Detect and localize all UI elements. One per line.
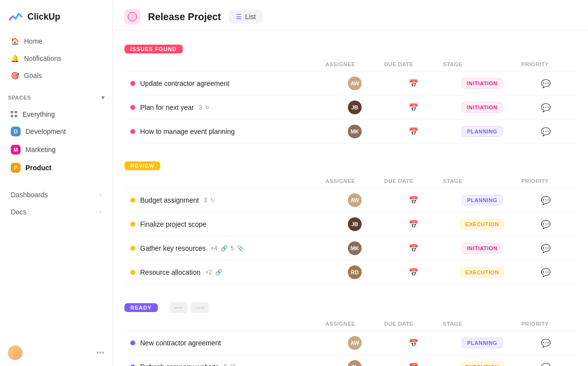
- task-label[interactable]: Plan for next year: [140, 104, 194, 111]
- stage-badge[interactable]: INITIATION: [462, 78, 503, 89]
- task-name-cell: How to manage event planning: [130, 128, 325, 135]
- assignee-cell: JB: [325, 101, 384, 114]
- chevron-right-icon: ›: [99, 191, 101, 198]
- table-row: New contractor agreement AW 📅 PLANNING 💬: [124, 331, 576, 355]
- avatar: AW: [348, 77, 362, 90]
- view-label: List: [245, 13, 256, 21]
- date-cell[interactable]: 📅: [384, 127, 443, 136]
- arrow-icon-2: ⟶: [196, 304, 204, 311]
- priority-cell: 💬: [521, 363, 570, 366]
- chat-icon[interactable]: 💬: [541, 103, 551, 112]
- group-control-btn-1[interactable]: ⟵: [170, 302, 188, 313]
- priority-dot-red: [130, 105, 135, 110]
- bell-icon: 🔔: [11, 54, 19, 62]
- avatar: JB: [348, 101, 362, 114]
- priority-dot-red: [130, 81, 135, 86]
- assignee-cell: AW: [325, 77, 384, 90]
- task-label[interactable]: New contractor agreement: [140, 339, 221, 347]
- group-control-btn-2[interactable]: ⟶: [191, 302, 209, 313]
- chat-icon[interactable]: 💬: [541, 196, 551, 205]
- sidebar-item-product[interactable]: P Product: [3, 159, 109, 177]
- date-cell[interactable]: 📅: [384, 339, 443, 348]
- stage-badge[interactable]: EXECUTION: [460, 267, 505, 278]
- priority-cell: 💬: [521, 196, 570, 205]
- date-cell[interactable]: 📅: [384, 196, 443, 205]
- stage-badge[interactable]: PLANNING: [462, 195, 502, 206]
- nav-docs[interactable]: Docs ›: [3, 204, 109, 220]
- task-name-cell: Refresh company website 5 📎: [130, 363, 325, 366]
- dashboards-label: Dashboards: [11, 191, 48, 199]
- task-label[interactable]: Update contractor agreement: [140, 79, 229, 87]
- chat-icon[interactable]: 💬: [541, 363, 551, 366]
- calendar-icon: 📅: [409, 103, 418, 112]
- chat-icon[interactable]: 💬: [541, 244, 551, 253]
- date-cell[interactable]: 📅: [384, 268, 443, 277]
- logo-area: ClickUp: [0, 0, 112, 29]
- date-cell[interactable]: 📅: [384, 103, 443, 112]
- review-badge[interactable]: REVIEW: [124, 161, 160, 170]
- table-row: Refresh company website 5 📎 SL 📅 EXECUTI…: [124, 355, 576, 366]
- chat-icon[interactable]: 💬: [541, 127, 551, 136]
- date-cell[interactable]: 📅: [384, 363, 443, 366]
- table-row: Plan for next year 3 ↻ JB 📅 INITIATION 💬: [124, 96, 576, 120]
- sidebar-item-marketing[interactable]: M Marketing: [3, 141, 109, 158]
- clip-icon-2: 📎: [230, 364, 238, 366]
- task-label[interactable]: Refresh company website: [140, 363, 219, 366]
- ready-badge[interactable]: READY: [124, 303, 158, 312]
- task-meta: 3 ↻: [199, 104, 210, 111]
- task-name-cell: Budget assignment 3 ↻: [130, 196, 325, 204]
- task-label[interactable]: Resource allocation: [140, 268, 200, 276]
- sidebar-item-development[interactable]: D Development: [3, 123, 109, 140]
- date-cell[interactable]: 📅: [384, 244, 443, 253]
- stage-badge[interactable]: INITIATION: [462, 102, 503, 113]
- chat-icon[interactable]: 💬: [541, 220, 551, 229]
- sidebar: ClickUp 🏠 Home 🔔 Notifications 🎯 Goals S…: [0, 0, 113, 366]
- chat-icon[interactable]: 💬: [541, 339, 551, 348]
- avatar: JB: [348, 217, 362, 231]
- priority-dot-blue: [130, 340, 135, 345]
- chat-icon[interactable]: 💬: [541, 268, 551, 277]
- chat-icon[interactable]: 💬: [541, 79, 551, 88]
- date-cell[interactable]: 📅: [384, 220, 443, 229]
- task-label[interactable]: Gather key resources: [140, 244, 206, 252]
- grid-icon: [11, 111, 18, 118]
- list-view-tab[interactable]: ☰ List: [229, 10, 263, 24]
- stage-badge[interactable]: PLANNING: [462, 338, 502, 348]
- stage-badge[interactable]: EXECUTION: [460, 219, 505, 230]
- calendar-icon: 📅: [409, 196, 418, 205]
- development-dot: D: [11, 127, 21, 136]
- avatar: MK: [348, 241, 362, 255]
- nav-home[interactable]: 🏠 Home: [3, 33, 109, 50]
- assignee-cell: RD: [325, 265, 384, 279]
- marketing-label: Marketing: [25, 146, 55, 154]
- task-label[interactable]: Budget assignment: [140, 196, 199, 204]
- task-label[interactable]: Finalize project scope: [140, 220, 206, 228]
- priority-cell: 💬: [521, 103, 570, 112]
- nav-dashboards[interactable]: Dashboards ›: [3, 186, 109, 203]
- home-icon: 🏠: [11, 37, 19, 45]
- table-row: Finalize project scope JB 📅 EXECUTION 💬: [124, 212, 576, 236]
- spaces-header[interactable]: Spaces ▾: [8, 94, 104, 101]
- product-dot: P: [11, 163, 21, 173]
- stage-badge[interactable]: INITIATION: [462, 243, 503, 254]
- priority-header-3: PRIORITY: [521, 321, 570, 327]
- assignee-header-3: ASSIGNEE: [325, 321, 384, 327]
- nav-notifications[interactable]: 🔔 Notifications: [3, 50, 109, 67]
- avatar: MK: [348, 125, 362, 138]
- date-cell[interactable]: 📅: [384, 79, 443, 88]
- nav-goals-label: Goals: [24, 72, 42, 79]
- priority-cell: 💬: [521, 127, 570, 136]
- stage-badge[interactable]: PLANNING: [462, 126, 502, 137]
- sidebar-item-everything[interactable]: Everything: [3, 106, 109, 122]
- issues-badge[interactable]: ISSUES FOUND: [124, 45, 183, 53]
- user-menu-dots[interactable]: •••: [96, 348, 104, 357]
- task-label[interactable]: How to manage event planning: [140, 128, 235, 135]
- user-avatar[interactable]: [8, 345, 23, 360]
- nav-goals[interactable]: 🎯 Goals: [3, 67, 109, 84]
- calendar-icon: 📅: [409, 127, 418, 136]
- assignee-cell: AW: [325, 193, 384, 207]
- rocket-icon: 🚀: [127, 12, 137, 22]
- stage-badge[interactable]: EXECUTION: [460, 362, 505, 366]
- task-name-cell: Update contractor agreement: [130, 79, 325, 87]
- stage-cell: INITIATION: [443, 102, 521, 113]
